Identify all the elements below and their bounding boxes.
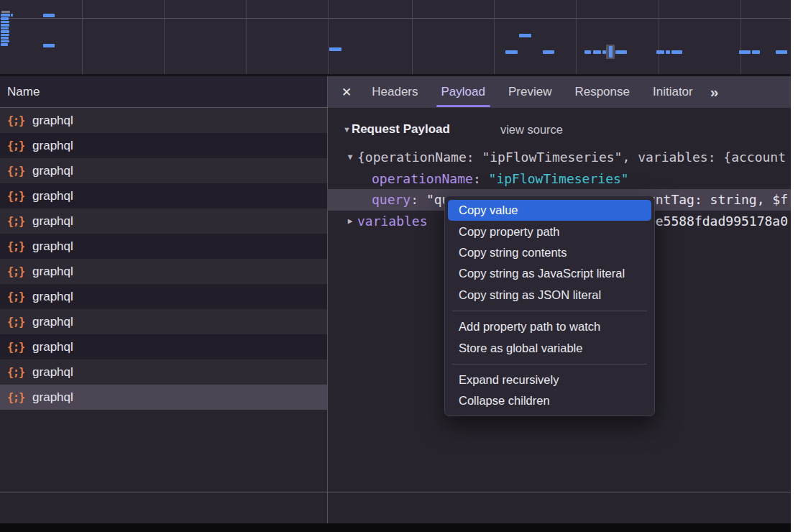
request-timing-bar: [739, 50, 751, 54]
json-braces-icon: {;}: [7, 265, 24, 278]
timeline-gridline: [82, 0, 83, 74]
request-name: graphql: [32, 390, 73, 405]
tab-label: Headers: [372, 85, 418, 99]
request-timing-bar: [615, 50, 627, 54]
request-name: graphql: [32, 265, 73, 279]
menu-separator: [452, 364, 647, 364]
tab-label: Initiator: [653, 85, 693, 99]
tab-label: Preview: [508, 85, 551, 99]
request-timing-bar: [1, 11, 10, 13]
menu-item-copy-string-contents[interactable]: Copy string contents: [448, 242, 651, 263]
key-value-separator: :: [473, 171, 489, 186]
request-timing-bar: [1, 14, 10, 17]
request-timing-bar: [752, 50, 760, 54]
request-timing-bar: [1, 21, 9, 24]
request-timing-bar: [776, 50, 787, 54]
request-name: graphql: [32, 239, 73, 254]
tab-headers[interactable]: Headers: [360, 76, 429, 108]
request-row[interactable]: {;}graphql: [0, 259, 327, 284]
json-braces-icon: {;}: [7, 341, 24, 354]
request-name: graphql: [32, 139, 73, 153]
request-row[interactable]: {;}graphql: [0, 133, 327, 158]
request-row[interactable]: {;}graphql: [0, 359, 327, 385]
more-tabs-button[interactable]: »: [710, 83, 721, 101]
request-row[interactable]: {;}graphql: [0, 385, 327, 410]
menu-item-copy-property-path[interactable]: Copy property path: [448, 221, 651, 242]
request-timing-bar: [11, 14, 13, 17]
request-timing-bar: [1, 37, 9, 40]
json-braces-icon: {;}: [7, 240, 24, 253]
tree-row-operation-name[interactable]: operationName: "ipFlowTimeseries": [327, 168, 791, 190]
json-braces-icon: {;}: [7, 139, 24, 152]
devtools-network-panel: Name ✕ HeadersPayloadPreviewResponseInit…: [0, 0, 791, 532]
context-menu: Copy valueCopy property pathCopy string …: [444, 196, 655, 416]
request-row[interactable]: {;}graphql: [0, 183, 327, 208]
request-timing-bar: [1, 17, 9, 20]
timeline-gridline: [494, 0, 495, 74]
request-name: graphql: [32, 214, 73, 229]
request-name: graphql: [32, 340, 73, 354]
json-braces-icon: {;}: [7, 165, 24, 178]
timeline-gridline: [659, 0, 659, 74]
request-row[interactable]: {;}graphql: [0, 208, 327, 234]
request-timing-bar: [1, 34, 9, 37]
tab-initiator[interactable]: Initiator: [641, 76, 705, 108]
menu-item-copy-string-as-javascript-literal[interactable]: Copy string as JavaScript literal: [448, 263, 651, 284]
menu-separator: [452, 311, 647, 311]
footer-divider: [0, 492, 791, 492]
timeline-gridline: [576, 0, 577, 74]
timeline-gridline: [246, 0, 247, 74]
close-icon: ✕: [341, 86, 352, 99]
request-timing-bar: [666, 50, 670, 54]
root-preview-text: {operationName: "ipFlowTimeseries", vari…: [357, 150, 786, 165]
key-value-separator: :: [411, 192, 426, 207]
request-timing-bar: [1, 43, 8, 46]
expand-triangle-icon[interactable]: ▼: [343, 152, 357, 162]
request-timing-bar: [543, 50, 554, 54]
request-row[interactable]: {;}graphql: [0, 108, 327, 133]
query-value-tail: untTag: string, $f: [648, 189, 788, 211]
tab-preview[interactable]: Preview: [497, 76, 563, 108]
request-row[interactable]: {;}graphql: [0, 334, 327, 359]
json-braces-icon: {;}: [7, 114, 24, 127]
menu-item-copy-string-as-json-literal[interactable]: Copy string as JSON literal: [448, 285, 651, 306]
property-key: query: [372, 192, 411, 207]
property-value: "ipFlowTimeseries": [489, 171, 629, 186]
request-timing-bar: [1, 30, 9, 33]
variables-value-tail: ee5588fdad995178a0: [648, 211, 788, 232]
menu-item-copy-value[interactable]: Copy value: [448, 200, 651, 221]
chevron-double-right-icon: »: [710, 83, 717, 100]
request-timing-bar: [584, 50, 591, 54]
request-name: graphql: [32, 164, 73, 178]
json-braces-icon: {;}: [7, 316, 24, 329]
request-row[interactable]: {;}graphql: [0, 284, 327, 309]
timeline-gridline: [412, 0, 413, 74]
menu-item-expand-recursively[interactable]: Expand recursively: [448, 370, 651, 390]
name-column-header[interactable]: Name: [0, 76, 327, 108]
tab-response[interactable]: Response: [563, 76, 641, 108]
menu-item-collapse-children[interactable]: Collapse children: [448, 390, 651, 411]
close-panel-button[interactable]: ✕: [341, 85, 352, 100]
tree-row-root-preview[interactable]: ▼ {operationName: "ipFlowTimeseries", va…: [327, 147, 791, 168]
json-braces-icon: {;}: [7, 366, 24, 379]
timeline-lane-divider: [0, 18, 791, 19]
request-row[interactable]: {;}graphql: [0, 309, 327, 334]
view-source-link[interactable]: view source: [500, 123, 563, 137]
network-overview-timeline[interactable]: [0, 0, 791, 76]
collapse-triangle-icon[interactable]: ▶: [343, 216, 357, 226]
payload-section-row[interactable]: ▼ Request Payload view source: [327, 119, 563, 139]
request-name: graphql: [32, 189, 73, 203]
tab-payload[interactable]: Payload: [430, 76, 497, 108]
request-row[interactable]: {;}graphql: [0, 234, 327, 259]
request-timing-bar: [43, 44, 55, 47]
request-timing-bar: [1, 24, 9, 27]
request-row[interactable]: {;}graphql: [0, 158, 327, 183]
property-key: operationName: [372, 171, 473, 186]
section-expanded-triangle-icon[interactable]: ▼: [343, 125, 351, 134]
menu-item-add-property-path-to-watch[interactable]: Add property path to watch: [448, 316, 651, 337]
menu-item-store-as-global-variable[interactable]: Store as global variable: [448, 337, 651, 358]
detail-tabs-bar: ✕ HeadersPayloadPreviewResponseInitiator…: [327, 76, 791, 108]
property-key: variables: [357, 214, 428, 229]
request-timing-bar: [593, 50, 601, 54]
json-braces-icon: {;}: [7, 290, 24, 303]
